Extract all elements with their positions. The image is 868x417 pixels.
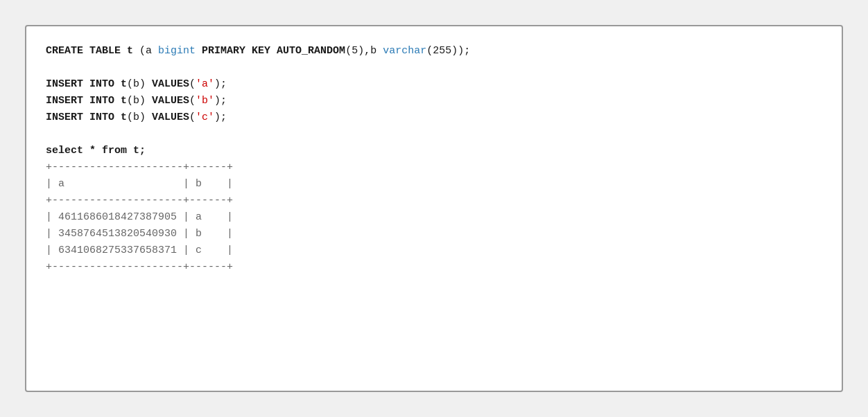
- keyword-into-1: INTO: [83, 78, 121, 90]
- type-bigint: bigint: [158, 45, 196, 57]
- keyword-values-3: VALUES: [152, 112, 189, 123]
- table-header: | a | b |: [46, 176, 822, 193]
- table-sep-mid: +---------------------+------+: [46, 193, 822, 209]
- keyword-insert-3: INSERT: [46, 112, 83, 123]
- col-ref-1: (b): [127, 78, 152, 90]
- create-table-line: CREATE TABLE t (a bigint PRIMARY KEY AUT…: [46, 43, 822, 60]
- code-block: CREATE TABLE t (a bigint PRIMARY KEY AUT…: [46, 43, 822, 276]
- table-sep-top: +---------------------+------+: [46, 159, 822, 176]
- blank-line-2: [46, 126, 822, 143]
- code-container: CREATE TABLE t (a bigint PRIMARY KEY AUT…: [25, 25, 843, 392]
- value-1: 'a': [196, 78, 214, 90]
- value-2: 'b': [196, 95, 214, 107]
- keyword-into-2: INTO: [83, 95, 121, 107]
- keyword-insert-2: INSERT: [46, 95, 83, 107]
- keyword-table: TABLE: [83, 45, 127, 57]
- keyword-values-1: VALUES: [152, 78, 189, 90]
- close-1: );: [214, 78, 227, 90]
- varchar-params: (255));: [426, 45, 470, 57]
- table-sep-bottom: +---------------------+------+: [46, 259, 822, 276]
- paren-2: (: [189, 95, 196, 107]
- table-row-1: | 4611686018427387905 | a |: [46, 209, 822, 226]
- keyword-create: CREATE: [46, 45, 83, 57]
- paren-3: (: [189, 112, 196, 123]
- insert-line-3: INSERT INTO t(b) VALUES('c');: [46, 109, 822, 126]
- insert-line-1: INSERT INTO t(b) VALUES('a');: [46, 76, 822, 93]
- close-3: );: [214, 112, 227, 123]
- blank-line-1: [46, 60, 822, 76]
- col-ref-3: (b): [127, 112, 152, 123]
- auto-random-params: (5),b: [345, 45, 383, 57]
- col-ref-2: (b): [127, 95, 152, 107]
- paren-1: (: [189, 78, 196, 90]
- table-ref-2: t: [121, 95, 127, 107]
- table-ref-1: t: [121, 78, 127, 90]
- query-result-table: +---------------------+------+ | a | b |…: [46, 159, 822, 276]
- value-3: 'c': [196, 112, 214, 123]
- table-name: t: [127, 45, 133, 57]
- table-row-3: | 6341068275337658371 | c |: [46, 242, 822, 259]
- close-2: );: [214, 95, 227, 107]
- select-line: select * from t;: [46, 143, 822, 159]
- table-ref-3: t: [121, 112, 127, 123]
- keyword-into-3: INTO: [83, 112, 121, 123]
- type-varchar: varchar: [383, 45, 426, 57]
- keyword-primary: PRIMARY KEY AUTO_RANDOM: [196, 45, 345, 57]
- table-row-2: | 3458764513820540930 | b |: [46, 226, 822, 242]
- insert-line-2: INSERT INTO t(b) VALUES('b');: [46, 93, 822, 109]
- keyword-insert-1: INSERT: [46, 78, 83, 90]
- paren-open: (a: [133, 45, 158, 57]
- keyword-values-2: VALUES: [152, 95, 189, 107]
